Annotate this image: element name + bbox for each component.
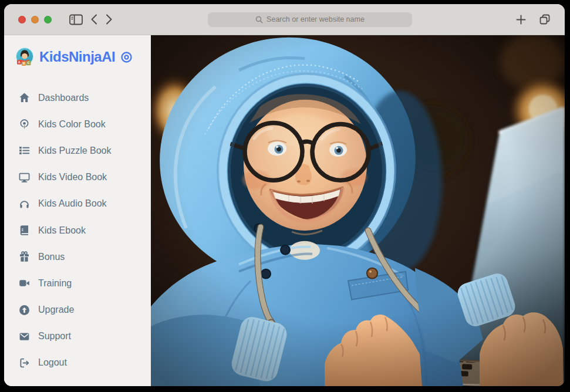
logout-icon (18, 357, 31, 369)
browser-toolbar: Search or enter website name (4, 4, 565, 35)
address-search-field[interactable]: Search or enter website name (208, 12, 412, 27)
sidebar-item-kids-ebook[interactable]: Kids Ebook (4, 217, 151, 244)
sidebar-item-logout[interactable]: Logout (4, 350, 151, 376)
sidebar-item-upgrade[interactable]: Upgrade (4, 297, 151, 323)
new-tab-button[interactable] (516, 15, 526, 25)
minimize-window-button[interactable] (31, 16, 39, 23)
sidebar-toggle-icon[interactable] (69, 14, 83, 25)
gift-icon (18, 251, 31, 263)
sidebar-item-bonus[interactable]: Bonus (4, 244, 151, 270)
sidebar-item-support[interactable]: Support (4, 323, 151, 350)
book-icon (18, 224, 31, 236)
zoom-window-button[interactable] (44, 16, 52, 23)
home-icon (18, 92, 31, 104)
search-icon (255, 16, 263, 23)
back-button[interactable] (91, 14, 97, 25)
baby-laptop-illustration (151, 35, 565, 386)
video-camera-icon (18, 277, 31, 289)
browser-window: Search or enter website name (4, 4, 565, 386)
svg-text:C: C (28, 61, 30, 65)
sidebar-item-kids-video-book[interactable]: Kids Video Book (4, 164, 151, 191)
list-icon (18, 144, 31, 157)
envelope-icon (18, 330, 31, 343)
sidebar-nav: Dashboards Kids Color Book (4, 85, 151, 376)
sidebar-item-training[interactable]: Training (4, 270, 151, 296)
svg-text:A: A (18, 60, 21, 64)
forward-button[interactable] (106, 14, 112, 25)
podcast-icon (18, 118, 31, 130)
hero-photo (151, 35, 565, 386)
headphones-icon (18, 198, 31, 210)
sidebar-item-kids-puzzle-book[interactable]: Kids Puzzle Book (4, 137, 151, 164)
brand[interactable]: A B C KidsNinjaAI (4, 41, 151, 73)
sidebar: A B C KidsNinjaAI (4, 35, 151, 386)
traffic-lights (18, 16, 52, 23)
sidebar-item-kids-audio-book[interactable]: Kids Audio Book (4, 191, 151, 217)
display-icon (18, 171, 31, 184)
brand-title: KidsNinjaAI (39, 49, 115, 65)
sidebar-item-kids-color-book[interactable]: Kids Color Book (4, 111, 151, 137)
kid-reading-abc-logo-icon: A B C (15, 47, 35, 67)
sidebar-item-dashboards[interactable]: Dashboards (4, 85, 151, 111)
search-placeholder: Search or enter website name (267, 15, 365, 23)
tab-overview-button[interactable] (539, 13, 551, 25)
close-window-button[interactable] (18, 16, 26, 23)
svg-text:B: B (23, 62, 25, 65)
arrow-up-circle-icon (18, 304, 31, 316)
circled-dot-icon (120, 51, 133, 63)
